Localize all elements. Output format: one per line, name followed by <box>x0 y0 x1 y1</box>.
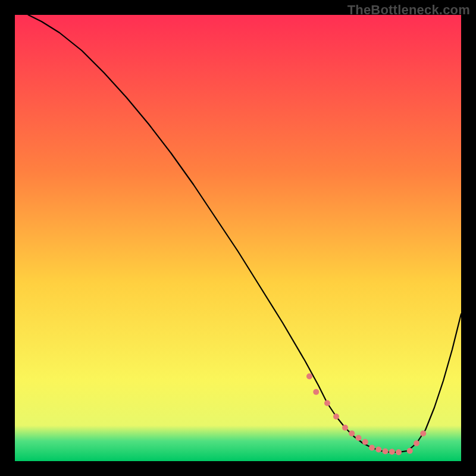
watermark-text: TheBottleneck.com <box>347 2 470 18</box>
highlight-marker <box>396 449 402 455</box>
highlight-marker <box>342 425 348 431</box>
highlight-marker <box>324 400 330 406</box>
highlight-marker <box>389 449 395 455</box>
highlight-marker <box>383 449 389 455</box>
highlight-marker <box>349 431 355 437</box>
highlight-marker <box>362 439 368 445</box>
highlight-marker <box>369 445 375 451</box>
highlight-marker <box>333 414 339 419</box>
chart-svg <box>0 0 476 476</box>
highlight-marker <box>407 448 413 454</box>
chart-stage: TheBottleneck.com <box>0 0 476 476</box>
highlight-marker <box>356 435 362 441</box>
highlight-marker <box>414 440 419 446</box>
highlight-marker <box>420 431 426 437</box>
highlight-marker <box>306 374 312 380</box>
highlight-marker <box>375 447 381 453</box>
plot-background <box>15 15 461 461</box>
highlight-marker <box>313 389 319 395</box>
